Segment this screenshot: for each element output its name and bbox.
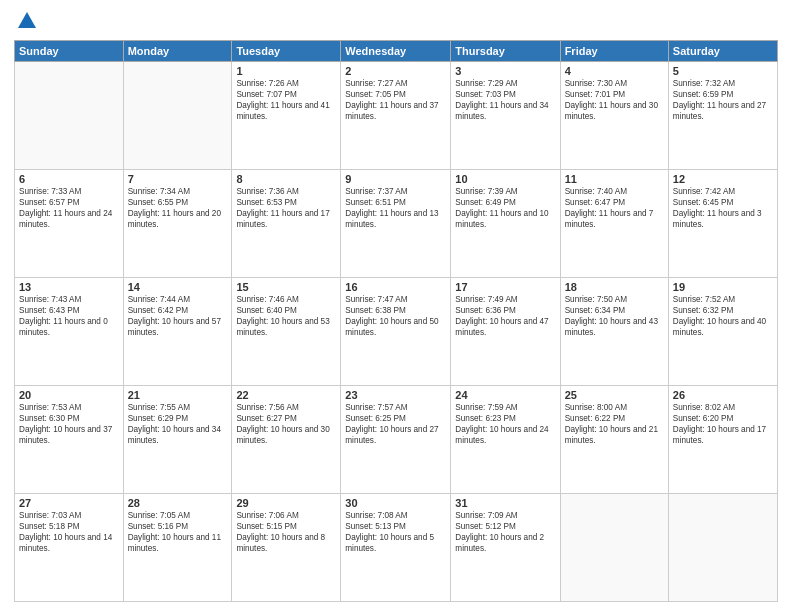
day-number: 4 <box>565 65 664 77</box>
day-info: Sunrise: 7:08 AM Sunset: 5:13 PM Dayligh… <box>345 510 446 554</box>
day-number: 29 <box>236 497 336 509</box>
day-number: 1 <box>236 65 336 77</box>
day-info: Sunrise: 7:09 AM Sunset: 5:12 PM Dayligh… <box>455 510 555 554</box>
calendar-cell: 31Sunrise: 7:09 AM Sunset: 5:12 PM Dayli… <box>451 494 560 602</box>
logo <box>14 10 40 32</box>
calendar-week-row: 20Sunrise: 7:53 AM Sunset: 6:30 PM Dayli… <box>15 386 778 494</box>
svg-marker-0 <box>18 12 36 28</box>
calendar-cell <box>15 62 124 170</box>
day-info: Sunrise: 7:55 AM Sunset: 6:29 PM Dayligh… <box>128 402 228 446</box>
calendar-cell: 27Sunrise: 7:03 AM Sunset: 5:18 PM Dayli… <box>15 494 124 602</box>
day-number: 20 <box>19 389 119 401</box>
calendar-cell: 15Sunrise: 7:46 AM Sunset: 6:40 PM Dayli… <box>232 278 341 386</box>
day-number: 26 <box>673 389 773 401</box>
day-info: Sunrise: 7:39 AM Sunset: 6:49 PM Dayligh… <box>455 186 555 230</box>
calendar-cell <box>123 62 232 170</box>
calendar-cell: 17Sunrise: 7:49 AM Sunset: 6:36 PM Dayli… <box>451 278 560 386</box>
day-number: 13 <box>19 281 119 293</box>
calendar-day-header: Wednesday <box>341 41 451 62</box>
logo-text <box>14 10 40 32</box>
calendar-day-header: Sunday <box>15 41 124 62</box>
calendar-day-header: Friday <box>560 41 668 62</box>
day-info: Sunrise: 7:32 AM Sunset: 6:59 PM Dayligh… <box>673 78 773 122</box>
calendar-cell: 21Sunrise: 7:55 AM Sunset: 6:29 PM Dayli… <box>123 386 232 494</box>
day-number: 3 <box>455 65 555 77</box>
calendar-cell: 9Sunrise: 7:37 AM Sunset: 6:51 PM Daylig… <box>341 170 451 278</box>
day-info: Sunrise: 7:44 AM Sunset: 6:42 PM Dayligh… <box>128 294 228 338</box>
day-info: Sunrise: 7:30 AM Sunset: 7:01 PM Dayligh… <box>565 78 664 122</box>
day-number: 27 <box>19 497 119 509</box>
calendar-cell: 1Sunrise: 7:26 AM Sunset: 7:07 PM Daylig… <box>232 62 341 170</box>
calendar-cell: 7Sunrise: 7:34 AM Sunset: 6:55 PM Daylig… <box>123 170 232 278</box>
day-number: 5 <box>673 65 773 77</box>
day-info: Sunrise: 7:47 AM Sunset: 6:38 PM Dayligh… <box>345 294 446 338</box>
day-number: 25 <box>565 389 664 401</box>
calendar-table: SundayMondayTuesdayWednesdayThursdayFrid… <box>14 40 778 602</box>
day-info: Sunrise: 7:03 AM Sunset: 5:18 PM Dayligh… <box>19 510 119 554</box>
calendar-cell: 3Sunrise: 7:29 AM Sunset: 7:03 PM Daylig… <box>451 62 560 170</box>
calendar-cell: 23Sunrise: 7:57 AM Sunset: 6:25 PM Dayli… <box>341 386 451 494</box>
header <box>14 10 778 32</box>
day-info: Sunrise: 7:53 AM Sunset: 6:30 PM Dayligh… <box>19 402 119 446</box>
calendar-cell: 8Sunrise: 7:36 AM Sunset: 6:53 PM Daylig… <box>232 170 341 278</box>
day-number: 22 <box>236 389 336 401</box>
calendar-cell <box>668 494 777 602</box>
day-info: Sunrise: 7:26 AM Sunset: 7:07 PM Dayligh… <box>236 78 336 122</box>
calendar-cell: 22Sunrise: 7:56 AM Sunset: 6:27 PM Dayli… <box>232 386 341 494</box>
calendar-day-header: Tuesday <box>232 41 341 62</box>
day-info: Sunrise: 7:56 AM Sunset: 6:27 PM Dayligh… <box>236 402 336 446</box>
day-number: 12 <box>673 173 773 185</box>
calendar-cell: 11Sunrise: 7:40 AM Sunset: 6:47 PM Dayli… <box>560 170 668 278</box>
calendar-day-header: Thursday <box>451 41 560 62</box>
day-info: Sunrise: 7:40 AM Sunset: 6:47 PM Dayligh… <box>565 186 664 230</box>
calendar-cell: 13Sunrise: 7:43 AM Sunset: 6:43 PM Dayli… <box>15 278 124 386</box>
calendar-cell: 25Sunrise: 8:00 AM Sunset: 6:22 PM Dayli… <box>560 386 668 494</box>
day-info: Sunrise: 7:59 AM Sunset: 6:23 PM Dayligh… <box>455 402 555 446</box>
calendar-cell: 4Sunrise: 7:30 AM Sunset: 7:01 PM Daylig… <box>560 62 668 170</box>
calendar-header-row: SundayMondayTuesdayWednesdayThursdayFrid… <box>15 41 778 62</box>
day-number: 7 <box>128 173 228 185</box>
calendar-cell: 20Sunrise: 7:53 AM Sunset: 6:30 PM Dayli… <box>15 386 124 494</box>
day-number: 18 <box>565 281 664 293</box>
calendar-cell: 14Sunrise: 7:44 AM Sunset: 6:42 PM Dayli… <box>123 278 232 386</box>
calendar-week-row: 1Sunrise: 7:26 AM Sunset: 7:07 PM Daylig… <box>15 62 778 170</box>
calendar-cell: 29Sunrise: 7:06 AM Sunset: 5:15 PM Dayli… <box>232 494 341 602</box>
day-number: 8 <box>236 173 336 185</box>
day-number: 23 <box>345 389 446 401</box>
day-info: Sunrise: 7:46 AM Sunset: 6:40 PM Dayligh… <box>236 294 336 338</box>
day-number: 16 <box>345 281 446 293</box>
day-info: Sunrise: 7:50 AM Sunset: 6:34 PM Dayligh… <box>565 294 664 338</box>
day-number: 14 <box>128 281 228 293</box>
day-number: 30 <box>345 497 446 509</box>
day-number: 28 <box>128 497 228 509</box>
calendar-day-header: Saturday <box>668 41 777 62</box>
day-info: Sunrise: 7:34 AM Sunset: 6:55 PM Dayligh… <box>128 186 228 230</box>
day-info: Sunrise: 7:37 AM Sunset: 6:51 PM Dayligh… <box>345 186 446 230</box>
day-info: Sunrise: 7:06 AM Sunset: 5:15 PM Dayligh… <box>236 510 336 554</box>
day-info: Sunrise: 7:43 AM Sunset: 6:43 PM Dayligh… <box>19 294 119 338</box>
calendar-cell: 18Sunrise: 7:50 AM Sunset: 6:34 PM Dayli… <box>560 278 668 386</box>
calendar-week-row: 6Sunrise: 7:33 AM Sunset: 6:57 PM Daylig… <box>15 170 778 278</box>
calendar-cell: 5Sunrise: 7:32 AM Sunset: 6:59 PM Daylig… <box>668 62 777 170</box>
day-info: Sunrise: 7:52 AM Sunset: 6:32 PM Dayligh… <box>673 294 773 338</box>
logo-icon <box>16 10 38 32</box>
day-info: Sunrise: 7:57 AM Sunset: 6:25 PM Dayligh… <box>345 402 446 446</box>
day-number: 17 <box>455 281 555 293</box>
calendar-cell: 28Sunrise: 7:05 AM Sunset: 5:16 PM Dayli… <box>123 494 232 602</box>
page: SundayMondayTuesdayWednesdayThursdayFrid… <box>0 0 792 612</box>
day-number: 2 <box>345 65 446 77</box>
calendar-cell: 2Sunrise: 7:27 AM Sunset: 7:05 PM Daylig… <box>341 62 451 170</box>
calendar-week-row: 13Sunrise: 7:43 AM Sunset: 6:43 PM Dayli… <box>15 278 778 386</box>
day-info: Sunrise: 7:42 AM Sunset: 6:45 PM Dayligh… <box>673 186 773 230</box>
calendar-cell <box>560 494 668 602</box>
day-number: 6 <box>19 173 119 185</box>
calendar-cell: 6Sunrise: 7:33 AM Sunset: 6:57 PM Daylig… <box>15 170 124 278</box>
day-number: 11 <box>565 173 664 185</box>
calendar-cell: 30Sunrise: 7:08 AM Sunset: 5:13 PM Dayli… <box>341 494 451 602</box>
calendar-cell: 26Sunrise: 8:02 AM Sunset: 6:20 PM Dayli… <box>668 386 777 494</box>
day-info: Sunrise: 8:02 AM Sunset: 6:20 PM Dayligh… <box>673 402 773 446</box>
calendar-cell: 24Sunrise: 7:59 AM Sunset: 6:23 PM Dayli… <box>451 386 560 494</box>
day-number: 31 <box>455 497 555 509</box>
day-info: Sunrise: 7:29 AM Sunset: 7:03 PM Dayligh… <box>455 78 555 122</box>
day-info: Sunrise: 7:33 AM Sunset: 6:57 PM Dayligh… <box>19 186 119 230</box>
